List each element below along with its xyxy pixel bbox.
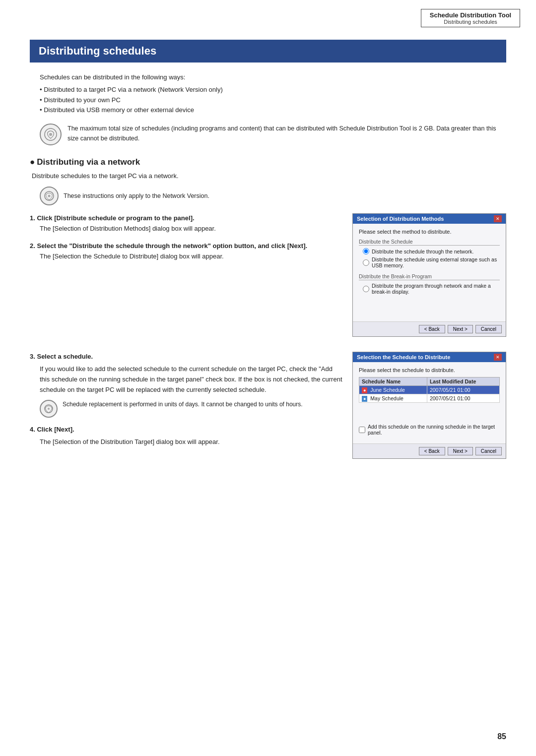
step-2-num: 2. <box>30 242 35 250</box>
row2-name: ● May Schedule <box>359 394 427 403</box>
dialog1-next-btn[interactable]: Next > <box>448 325 473 333</box>
dialog2-back-btn[interactable]: < Back <box>419 447 445 455</box>
svg-point-5 <box>48 408 50 410</box>
dialog2-checkbox-label: Add this schedule on the running schedul… <box>368 424 500 436</box>
dialog2-mock: Selection the Schedule to Distribute ✕ P… <box>352 352 506 459</box>
main-note-text: The maximum total size of schedules (inc… <box>67 124 496 143</box>
dialog2-body: Please select the schedule to distribute… <box>353 362 506 443</box>
step-4: 4. Click [Next]. The [Selection of the D… <box>30 425 342 447</box>
dialog1-back-btn[interactable]: < Back <box>419 325 445 333</box>
row2-icon: ● <box>362 396 367 402</box>
dialog1-screenshot: Selection of Distribution Methods ✕ Plea… <box>352 213 506 337</box>
dialog2-checkbox[interactable] <box>359 427 365 433</box>
intro-text: Schedules can be distributed in the foll… <box>40 72 506 116</box>
dialog1-mock: Selection of Distribution Methods ✕ Plea… <box>352 213 506 337</box>
step-4-desc: The [Selection of the Distribution Targe… <box>40 437 342 447</box>
step-3: 3. Select a schedule. If you would like … <box>30 352 342 418</box>
step-4-num: 4. <box>30 426 35 433</box>
bullet-item: Distributed to a target PC via a network… <box>40 85 506 95</box>
steps-col-2: 3. Select a schedule. If you would like … <box>30 352 342 454</box>
dialog1-radio1-label: Distribute the schedule through the netw… <box>372 249 473 254</box>
dialog1-radio1[interactable] <box>363 248 369 254</box>
step-3-num: 3. <box>30 353 35 360</box>
dialog2-screenshot: Selection the Schedule to Distribute ✕ P… <box>352 352 506 459</box>
main-content: Distributing schedules Schedules can be … <box>30 40 506 459</box>
section-title: Distributing schedules <box>39 45 497 58</box>
dialog2-col2: Last Modified Date <box>427 378 499 386</box>
dialog1-titlebar: Selection of Distribution Methods ✕ <box>353 214 506 224</box>
dialog1-cancel-btn[interactable]: Cancel <box>475 325 502 333</box>
dialog1-group1-label: Distribute the Schedule <box>359 239 500 246</box>
step-3-desc: If you would like to add the selected sc… <box>40 364 342 395</box>
step-1-num: 1. <box>30 214 35 222</box>
dialog1-close-btn[interactable]: ✕ <box>494 215 502 222</box>
main-note-box: The maximum total size of schedules (inc… <box>40 124 496 145</box>
page-number: 85 <box>497 732 506 741</box>
dialog1-radio2[interactable] <box>363 259 369 266</box>
row1-name: ● June Schedule <box>359 386 427 394</box>
bullet-item: Distributed to your own PC <box>40 95 506 106</box>
svg-point-1 <box>49 133 52 136</box>
dialog2-cancel-btn[interactable]: Cancel <box>475 447 502 455</box>
step-2: 2. Select the "Distribute the schedule t… <box>30 241 342 262</box>
dialog1-title: Selection of Distribution Methods <box>357 216 444 222</box>
dialog1-radio3-row: Distribute the program through network a… <box>363 283 500 295</box>
table-row[interactable]: ● June Schedule 2007/05/21 01:00 <box>359 386 500 394</box>
dialog2-title: Selection the Schedule to Distribute <box>357 354 450 360</box>
dialog1-radio2-row: Distribute the schedule using external s… <box>363 256 500 268</box>
row1-date: 2007/05/21 01:00 <box>427 386 499 394</box>
dialog1-group2-label: Distribute the Break-in Program <box>359 273 500 280</box>
step-2-desc: The [Selection the Schedule to Distribut… <box>40 252 342 262</box>
step-1-title: Click [Distribute schedule or program to… <box>37 214 194 222</box>
dialog2-table: Schedule Name Last Modified Date ● June … <box>359 377 500 403</box>
dialog2-next-btn[interactable]: Next > <box>448 447 473 455</box>
svg-point-3 <box>48 195 51 197</box>
section-banner: Distributing schedules <box>30 40 506 63</box>
dialog2-col1: Schedule Name <box>359 378 427 386</box>
step-2-title: Select the "Distribute the schedule thro… <box>37 242 307 250</box>
step-3-title: Select a schedule. <box>37 353 93 360</box>
sub-section-desc: Distribute schedules to the target PC vi… <box>32 172 506 180</box>
dialog1-footer: < Back Next > Cancel <box>353 321 506 336</box>
row2-date: 2007/05/21 01:00 <box>427 394 499 403</box>
steps-col-1: 1. Click [Distribute schedule or program… <box>30 213 342 268</box>
header-box: Schedule Distribution Tool Distributing … <box>421 9 520 27</box>
dialog1-intro: Please select the method to distribute. <box>359 229 500 235</box>
bullet-item: Distributed via USB memory or other exte… <box>40 105 506 116</box>
step-4-title: Click [Next]. <box>37 426 74 433</box>
network-note-text: These instructions only apply to the Net… <box>64 192 209 199</box>
dialog2-checkbox-row: Add this schedule on the running schedul… <box>359 424 500 436</box>
steps-section-2: 3. Select a schedule. If you would like … <box>30 352 506 459</box>
note-icon <box>40 124 62 145</box>
step-3-note-icon <box>40 400 58 418</box>
intro-line: Schedules can be distributed in the foll… <box>40 72 506 83</box>
dialog1-radio2-label: Distribute the schedule using external s… <box>372 256 500 268</box>
sub-section-title: Distributing via a network <box>30 157 506 167</box>
table-row[interactable]: ● May Schedule 2007/05/21 01:00 <box>359 394 500 403</box>
steps-section-1: 1. Click [Distribute schedule or program… <box>30 213 506 337</box>
dialog2-footer: < Back Next > Cancel <box>353 443 506 458</box>
page-subtitle: Distributing schedules <box>426 19 515 25</box>
dialog1-radio3[interactable] <box>363 286 369 292</box>
step-1-desc: The [Selection of Distribution Methods] … <box>40 224 342 234</box>
network-note-icon <box>40 187 59 205</box>
bullet-list: Distributed to a target PC via a network… <box>40 85 506 116</box>
dialog1-radio3-label: Distribute the program through network a… <box>372 283 500 295</box>
step-3-note: Schedule replacement is performed in uni… <box>40 400 342 418</box>
dialog2-titlebar: Selection the Schedule to Distribute ✕ <box>353 352 506 362</box>
row1-icon: ● <box>362 387 367 393</box>
app-title: Schedule Distribution Tool <box>426 11 515 19</box>
dialog2-close-btn[interactable]: ✕ <box>494 354 502 361</box>
dialog1-body: Please select the method to distribute. … <box>353 224 506 321</box>
dialog2-intro: Please select the schedule to distribute… <box>359 367 500 373</box>
step-3-note-text: Schedule replacement is performed in uni… <box>63 400 303 409</box>
step-1: 1. Click [Distribute schedule or program… <box>30 213 342 234</box>
dialog1-radio1-row: Distribute the schedule through the netw… <box>363 248 500 254</box>
network-note: These instructions only apply to the Net… <box>40 187 496 205</box>
